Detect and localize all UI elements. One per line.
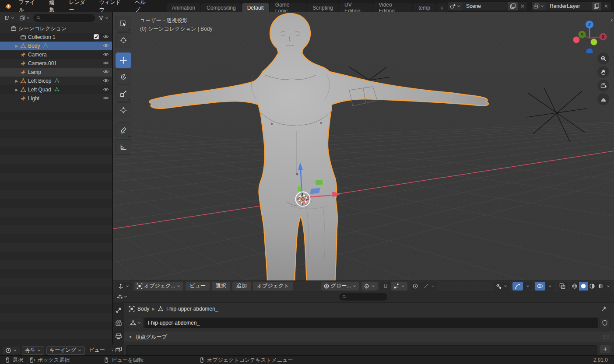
navigation-gizmo[interactable]: Z X Y (571, 17, 608, 53)
pin-icon[interactable] (601, 306, 607, 312)
axis-x-neg-ball[interactable] (573, 37, 580, 43)
perspective-toggle-button[interactable] (597, 93, 609, 105)
workspace-tab[interactable]: temp (413, 3, 435, 12)
tab-output-icon[interactable] (115, 333, 122, 340)
menubar-item[interactable]: ヘルプ (130, 0, 155, 12)
outliner-row[interactable]: ▶Body (0, 42, 113, 50)
workspace-tab[interactable]: Compositing (201, 3, 241, 12)
expand-arrow-icon[interactable]: ▶ (13, 44, 20, 48)
properties-editor-type-dropdown[interactable] (116, 293, 129, 301)
object-visibility-dropdown[interactable] (494, 282, 510, 290)
visibility-toggle[interactable] (103, 34, 109, 41)
snap-target-dropdown[interactable] (391, 282, 407, 290)
outliner-item-label[interactable]: Collection 1 (28, 34, 56, 40)
outliner-row[interactable]: Camera (0, 50, 113, 59)
expand-arrow-icon[interactable]: ▶ (13, 88, 20, 92)
scene-browse-button[interactable] (448, 2, 463, 10)
tool-rotate[interactable] (116, 69, 131, 85)
workspace-tab[interactable]: Default (242, 3, 269, 12)
tab-view-layer-icon[interactable] (115, 346, 122, 353)
menubar-item[interactable]: レンダー (64, 0, 95, 12)
visibility-toggle[interactable] (103, 42, 109, 50)
viewport-menu-item[interactable]: 追加 (232, 282, 251, 290)
outliner-display-mode-dropdown[interactable] (3, 14, 16, 22)
add-workspace-button[interactable]: + (436, 3, 448, 12)
timeline-marker-menu[interactable]: マーカー (109, 346, 113, 354)
visibility-toggle[interactable] (103, 77, 109, 85)
zoom-button[interactable] (597, 52, 609, 64)
shading-dropdown[interactable] (605, 282, 611, 290)
vertex-group-add-button[interactable] (600, 345, 610, 353)
outliner-item-label[interactable]: Camera.001 (28, 60, 57, 66)
renderlayer-new-button[interactable] (592, 2, 601, 10)
sidebar-collapse-arrow[interactable]: ‹ (611, 17, 613, 23)
tool-transform[interactable] (116, 102, 131, 118)
mode-dropdown[interactable]: オブジェク... (134, 282, 183, 290)
snap-toggle[interactable] (380, 282, 391, 290)
transform-orientation-dropdown[interactable]: グロー... (321, 282, 359, 290)
outliner-row[interactable]: ▶Left Bicep (0, 77, 113, 85)
outliner-item-label[interactable]: Camera (28, 52, 47, 58)
outliner-item-label[interactable]: Left Bicep (28, 78, 51, 84)
expand-arrow-icon[interactable]: ▶ (13, 79, 20, 83)
outliner-library-dropdown[interactable] (18, 14, 32, 22)
outliner-row[interactable]: Collection 1 (0, 33, 113, 42)
tool-measure[interactable] (116, 139, 131, 155)
fake-user-button[interactable] (599, 318, 610, 328)
menubar-item[interactable]: 編集 (44, 0, 64, 12)
outliner-search[interactable] (33, 14, 95, 22)
outliner-row[interactable]: Camera.001 (0, 59, 113, 68)
mesh-name-input[interactable] (144, 318, 598, 328)
outliner-row[interactable]: Light (0, 94, 113, 103)
breadcrumb-data[interactable]: l-hip-upper-abdomen_ (166, 306, 218, 312)
outliner-item-label[interactable]: シーンコレクション (18, 25, 67, 32)
viewport-menu-item[interactable]: 選択 (212, 282, 230, 290)
menubar-item[interactable]: ファイル (14, 0, 44, 12)
renderlayer-remove-button[interactable] (601, 2, 611, 10)
outliner-row[interactable]: シーンコレクション (0, 24, 113, 33)
blender-logo-icon[interactable] (4, 3, 11, 10)
shading-wireframe-button[interactable] (570, 282, 579, 290)
renderlayer-browse-button[interactable] (532, 2, 546, 10)
pivot-point-dropdown[interactable] (361, 282, 378, 290)
axis-z-neg-ball[interactable] (586, 49, 593, 54)
scene-unlink-button[interactable] (518, 2, 527, 10)
tool-scale[interactable] (116, 86, 131, 102)
playback-dropdown[interactable]: 再生 (22, 346, 44, 355)
tab-tool-icon[interactable] (115, 307, 122, 314)
viewport-3d[interactable]: ユーザー・透視投影 (0) シーンコレクション | Body ‹ Z (113, 12, 614, 291)
properties-search[interactable] (339, 293, 387, 301)
show-gizmo-toggle[interactable] (512, 282, 523, 290)
workspace-tab[interactable]: Animation (167, 3, 200, 12)
pan-button[interactable] (597, 66, 609, 78)
proportional-edit-toggle[interactable] (410, 282, 421, 290)
renderlayer-name[interactable]: RenderLayer (546, 3, 592, 9)
outliner-item-label[interactable]: Lamp (28, 69, 41, 75)
shading-material-button[interactable] (588, 282, 596, 290)
visibility-toggle[interactable] (103, 51, 109, 59)
proportional-falloff-dropdown[interactable] (421, 282, 437, 290)
shading-rendered-button[interactable] (596, 282, 605, 290)
scene-name[interactable]: Scene (463, 3, 508, 9)
outliner-item-label[interactable]: Body (28, 43, 40, 49)
tool-select-box[interactable] (116, 16, 131, 32)
visibility-toggle[interactable] (103, 86, 109, 94)
tool-move[interactable] (116, 52, 131, 68)
collection-checkbox[interactable] (93, 34, 99, 41)
menubar-item[interactable]: ウィンドウ (95, 0, 130, 12)
workspace-tab[interactable]: Video Editing (373, 3, 412, 12)
workspace-tab[interactable]: UV Editing (339, 3, 372, 12)
outliner-item-label[interactable]: Light (28, 95, 39, 102)
tool-cursor[interactable] (116, 32, 131, 48)
axis-y-neg-ball[interactable] (591, 39, 597, 46)
viewport-menu-item[interactable]: オブジェクト (253, 282, 293, 290)
tab-render-icon[interactable] (115, 320, 122, 327)
editor-type-dropdown[interactable] (116, 282, 132, 290)
timeline-editor-type-dropdown[interactable] (3, 346, 20, 354)
tool-annotate[interactable] (116, 122, 131, 138)
overlays-dropdown[interactable] (546, 282, 554, 290)
outliner-item-label[interactable]: Left Quad (28, 87, 51, 93)
keying-dropdown[interactable]: キーイング (46, 346, 85, 355)
workspace-tab[interactable]: Scripting (307, 3, 338, 12)
show-overlays-toggle[interactable] (535, 282, 545, 290)
